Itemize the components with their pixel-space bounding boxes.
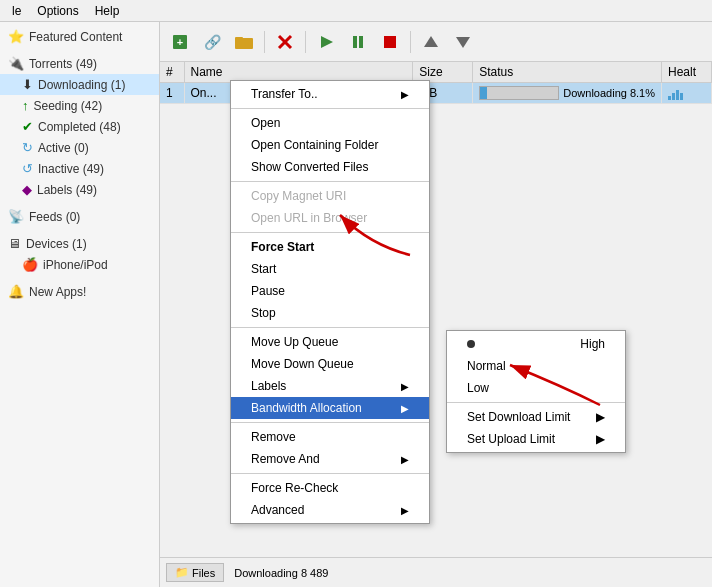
- menu-le[interactable]: le: [4, 2, 29, 20]
- files-tab-label: Files: [192, 567, 215, 579]
- bw-set-download[interactable]: Set Download Limit ▶: [447, 406, 625, 428]
- bw-set-upload[interactable]: Set Upload Limit ▶: [447, 428, 625, 450]
- sidebar-item-downloading[interactable]: ⬇ Downloading (1): [0, 74, 159, 95]
- sidebar-item-feeds[interactable]: 📡 Feeds (0): [0, 206, 159, 227]
- check-icon: ✔: [22, 119, 33, 134]
- ctx-transfer-to[interactable]: Transfer To.. ▶: [231, 83, 429, 105]
- force-recheck-label: Force Re-Check: [251, 481, 338, 495]
- bw-low[interactable]: Low: [447, 377, 625, 399]
- ctx-open-url[interactable]: Open URL in Browser: [231, 207, 429, 229]
- ctx-show-converted[interactable]: Show Converted Files: [231, 156, 429, 178]
- pause-icon: [349, 33, 367, 51]
- high-radio-dot: [467, 340, 475, 348]
- add-file-button[interactable]: +: [166, 28, 194, 56]
- move-down-button[interactable]: [449, 28, 477, 56]
- ctx-sep-4: [231, 327, 429, 328]
- ctx-copy-magnet[interactable]: Copy Magnet URI: [231, 185, 429, 207]
- normal-label: Normal: [467, 359, 506, 373]
- pause-button[interactable]: [344, 28, 372, 56]
- progress-fill: [480, 87, 486, 99]
- set-download-label: Set Download Limit: [467, 410, 570, 424]
- sidebar-item-iphone[interactable]: 🍎 iPhone/iPod: [0, 254, 159, 275]
- bar3: [676, 90, 679, 100]
- sidebar-item-devices[interactable]: 🖥 Devices (1): [0, 233, 159, 254]
- downloading-status: Downloading 8 489: [234, 567, 328, 579]
- sidebar-item-labels[interactable]: ◆ Labels (49): [0, 179, 159, 200]
- folder-small-icon: 📁: [175, 566, 189, 579]
- remove-button[interactable]: [271, 28, 299, 56]
- svg-marker-11: [424, 36, 438, 47]
- sidebar-item-new-apps[interactable]: 🔔 New Apps!: [0, 281, 159, 302]
- play-button[interactable]: [312, 28, 340, 56]
- folder-icon: [234, 33, 254, 51]
- add-file-icon: +: [171, 33, 189, 51]
- svg-text:+: +: [177, 36, 183, 48]
- high-label: High: [580, 337, 605, 351]
- col-health: Healt: [662, 62, 712, 83]
- labels-menu-label: Labels: [251, 379, 286, 393]
- seed-icon: ↑: [22, 98, 29, 113]
- toolbar-separator-1: [264, 31, 265, 53]
- menubar: le Options Help: [0, 0, 712, 22]
- ctx-open[interactable]: Open: [231, 112, 429, 134]
- ctx-move-down[interactable]: Move Down Queue: [231, 353, 429, 375]
- col-num: #: [160, 62, 184, 83]
- bandwidth-submenu: High Normal Low Set Download Limit ▶ Set…: [446, 330, 626, 453]
- sidebar-item-active[interactable]: ↻ Active (0): [0, 137, 159, 158]
- add-folder-button[interactable]: [230, 28, 258, 56]
- ctx-force-start[interactable]: Force Start: [231, 236, 429, 258]
- devices-label: Devices (1): [26, 237, 87, 251]
- sidebar-item-torrents[interactable]: 🔌 Torrents (49): [0, 53, 159, 74]
- sidebar-item-seeding[interactable]: ↑ Seeding (42): [0, 95, 159, 116]
- ctx-move-up[interactable]: Move Up Queue: [231, 331, 429, 353]
- menu-help[interactable]: Help: [87, 2, 128, 20]
- ctx-advanced[interactable]: Advanced ▶: [231, 499, 429, 521]
- menu-options[interactable]: Options: [29, 2, 86, 20]
- move-up-label: Move Up Queue: [251, 335, 338, 349]
- star-icon: ⭐: [8, 29, 24, 44]
- context-menu: Transfer To.. ▶ Open Open Containing Fol…: [230, 80, 430, 524]
- svg-rect-10: [384, 36, 396, 48]
- ctx-bandwidth[interactable]: Bandwidth Allocation ▶: [231, 397, 429, 419]
- sidebar-item-featured[interactable]: ⭐ Featured Content: [0, 26, 159, 47]
- ctx-open-folder[interactable]: Open Containing Folder: [231, 134, 429, 156]
- bar1: [668, 96, 671, 100]
- bw-normal[interactable]: Normal: [447, 355, 625, 377]
- bar4: [680, 93, 683, 100]
- ctx-stop[interactable]: Stop: [231, 302, 429, 324]
- completed-label: Completed (48): [38, 120, 121, 134]
- download-icon: ⬇: [22, 77, 33, 92]
- labels-arrow: ▶: [401, 381, 409, 392]
- ctx-remove-and[interactable]: Remove And ▶: [231, 448, 429, 470]
- inactive-icon: ↺: [22, 161, 33, 176]
- move-down-label: Move Down Queue: [251, 357, 354, 371]
- add-magnet-button[interactable]: 🔗: [198, 28, 226, 56]
- ctx-labels[interactable]: Labels ▶: [231, 375, 429, 397]
- new-apps-label: New Apps!: [29, 285, 86, 299]
- advanced-arrow: ▶: [401, 505, 409, 516]
- open-url-label: Open URL in Browser: [251, 211, 367, 225]
- bottom-panel: 📁 Files Downloading 8 489: [160, 557, 712, 587]
- sidebar-item-completed[interactable]: ✔ Completed (48): [0, 116, 159, 137]
- ctx-force-recheck[interactable]: Force Re-Check: [231, 477, 429, 499]
- ctx-start[interactable]: Start: [231, 258, 429, 280]
- bandwidth-arrow: ▶: [401, 403, 409, 414]
- files-tab[interactable]: 📁 Files: [166, 563, 224, 582]
- bw-high[interactable]: High: [447, 333, 625, 355]
- cell-num: 1: [160, 83, 184, 104]
- health-bars: [668, 86, 705, 100]
- ctx-remove[interactable]: Remove: [231, 426, 429, 448]
- ctx-sep-6: [231, 473, 429, 474]
- feed-icon: 📡: [8, 209, 24, 224]
- featured-label: Featured Content: [29, 30, 122, 44]
- toolbar-separator-3: [410, 31, 411, 53]
- feeds-label: Feeds (0): [29, 210, 80, 224]
- sidebar-item-inactive[interactable]: ↺ Inactive (49): [0, 158, 159, 179]
- magnet-icon: 🔗: [203, 33, 221, 51]
- open-label: Open: [251, 116, 280, 130]
- open-folder-label: Open Containing Folder: [251, 138, 378, 152]
- ctx-pause[interactable]: Pause: [231, 280, 429, 302]
- move-up-button[interactable]: [417, 28, 445, 56]
- stop-button[interactable]: [376, 28, 404, 56]
- network-icon: 🔌: [8, 56, 24, 71]
